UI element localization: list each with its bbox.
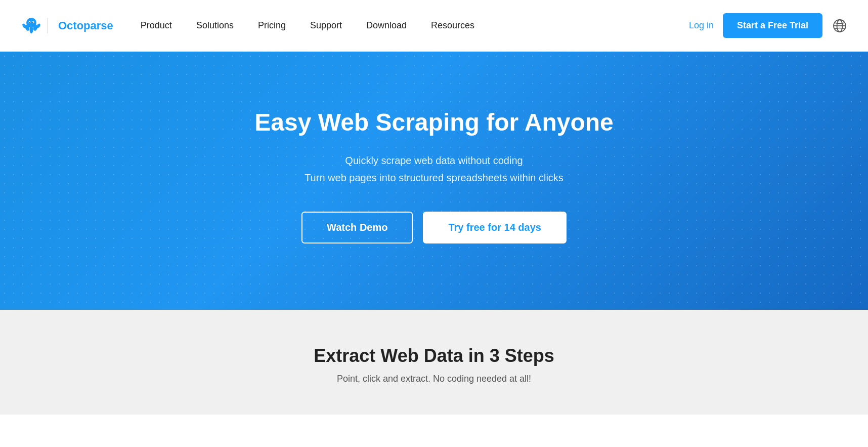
hero-title: Easy Web Scraping for Anyone [254, 108, 614, 137]
steps-section: Extract Web Data in 3 Steps Point, click… [0, 310, 868, 415]
nav-link-download[interactable]: Download [354, 0, 419, 52]
octoparse-logo-icon [20, 15, 42, 37]
nav-links: Product Solutions Pricing Support Downlo… [128, 0, 689, 52]
hero-section: Easy Web Scraping for Anyone Quickly scr… [0, 52, 868, 310]
brand-name: Octoparse [58, 19, 113, 32]
language-icon[interactable] [832, 18, 848, 34]
hero-subtitle-line1: Quickly scrape web data without coding [345, 155, 523, 166]
nav-link-solutions[interactable]: Solutions [184, 0, 246, 52]
navbar: Octoparse Product Solutions Pricing Supp… [0, 0, 868, 52]
login-link[interactable]: Log in [689, 20, 714, 31]
brand-divider [48, 18, 48, 33]
hero-content: Easy Web Scraping for Anyone Quickly scr… [244, 77, 624, 285]
hero-buttons: Watch Demo Try free for 14 days [254, 212, 614, 243]
nav-link-support[interactable]: Support [298, 0, 354, 52]
steps-subtitle: Point, click and extract. No coding need… [20, 374, 848, 384]
nav-link-resources[interactable]: Resources [419, 0, 487, 52]
hero-subtitle-line2: Turn web pages into structured spreadshe… [305, 172, 563, 183]
svg-point-8 [29, 22, 30, 23]
start-free-trial-button[interactable]: Start a Free Trial [723, 13, 822, 38]
watch-demo-button[interactable]: Watch Demo [301, 212, 413, 243]
steps-title: Extract Web Data in 3 Steps [20, 345, 848, 367]
nav-actions: Log in Start a Free Trial [689, 13, 848, 38]
hero-subtitle: Quickly scrape web data without coding T… [254, 152, 614, 186]
nav-link-product[interactable]: Product [128, 0, 184, 52]
brand-link[interactable]: Octoparse [20, 15, 113, 37]
try-free-button[interactable]: Try free for 14 days [423, 212, 566, 243]
svg-point-2 [30, 26, 33, 33]
svg-point-9 [32, 22, 33, 23]
nav-link-pricing[interactable]: Pricing [246, 0, 298, 52]
